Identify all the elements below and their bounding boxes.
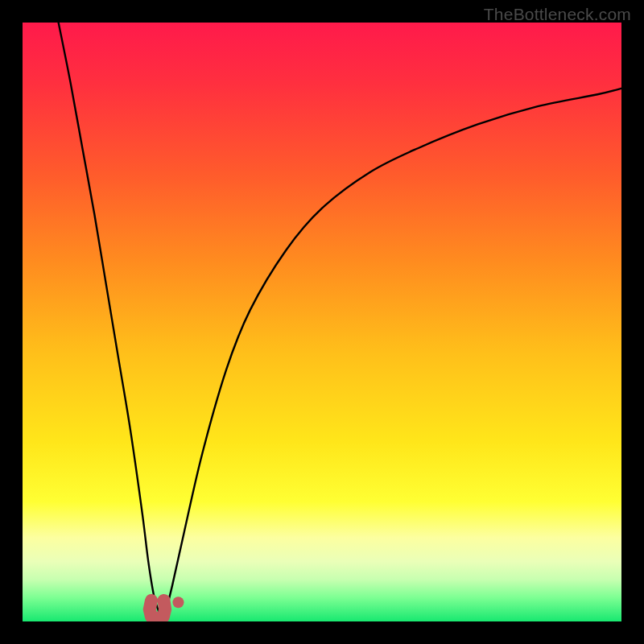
curve-layer bbox=[23, 23, 621, 621]
curve-right-branch bbox=[167, 89, 621, 609]
valley-marker bbox=[150, 597, 184, 618]
curve-left-branch bbox=[59, 23, 160, 616]
watermark-text: TheBottleneck.com bbox=[484, 5, 631, 24]
chart-frame: TheBottleneck.com bbox=[0, 0, 644, 644]
valley-side-dot bbox=[172, 597, 184, 608]
plot-area bbox=[23, 23, 621, 621]
